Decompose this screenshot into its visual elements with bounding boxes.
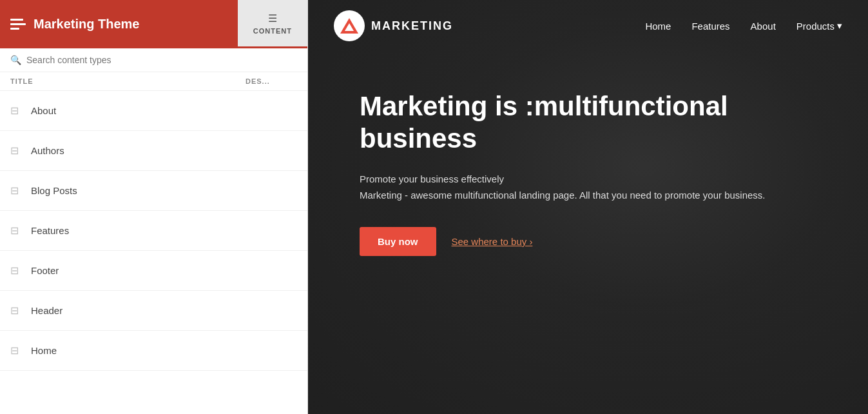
logo-text: MARKETING [371,19,453,33]
logo-triangle-icon [340,18,358,34]
item-label-authors: Authors [31,145,64,156]
preview-navbar: MARKETING Home Features About Products ▾ [308,0,868,52]
list-item-home[interactable]: ⊟ Home [0,331,307,371]
hero-subtitle: Promote your business effectively Market… [360,171,816,204]
preview-panel: MARKETING Home Features About Products ▾… [308,0,868,414]
preview-logo: MARKETING [334,10,453,41]
preview-overlay: MARKETING Home Features About Products ▾… [308,0,868,414]
search-input[interactable] [26,55,297,65]
nav-link-features[interactable]: Features [691,21,729,32]
hero-subtitle-line2: Marketing - awesome multifunctional land… [360,187,816,204]
list-item-footer[interactable]: ⊟ Footer [0,251,307,291]
nav-link-home[interactable]: Home [645,21,671,32]
list-item-features[interactable]: ⊟ Features [0,211,307,251]
document-icon: ⊟ [10,224,23,237]
content-tab-label: CONTENT [253,27,292,35]
item-label-home: Home [31,345,57,356]
sidebar: Marketing Theme ▾ ☰ CONTENT 🔍 TITLE DES.… [0,0,308,414]
document-icon: ⊟ [10,344,23,357]
hero-buttons: Buy now See where to buy › [360,227,816,256]
content-tab[interactable]: ☰ CONTENT [238,0,307,48]
item-label-features: Features [31,225,69,236]
document-icon: ⊟ [10,264,23,277]
content-tab-icon: ☰ [268,12,277,25]
item-label-about: About [31,105,56,116]
search-bar: 🔍 [0,48,307,72]
logo-circle [334,10,365,41]
hero-subtitle-line1: Promote your business effectively [360,171,816,188]
document-icon: ⊟ [10,184,23,197]
list-item-authors[interactable]: ⊟ Authors [0,131,307,171]
chevron-products-icon: ▾ [837,20,842,32]
col-title: TITLE [10,77,246,85]
item-label-blog-posts: Blog Posts [31,185,77,196]
document-icon: ⊟ [10,144,23,157]
sidebar-header: Marketing Theme ▾ ☰ CONTENT [0,0,307,48]
nav-link-about[interactable]: About [751,21,776,32]
list-item-about[interactable]: ⊟ About [0,91,307,131]
item-label-footer: Footer [31,265,59,276]
content-list: ⊟ About ⊟ Authors ⊟ Blog Posts ⊟ Feature… [0,91,307,414]
see-where-to-buy-link[interactable]: See where to buy › [452,236,533,247]
table-header: TITLE DES... [0,72,307,91]
nav-link-products[interactable]: Products ▾ [796,20,842,32]
list-item-blog-posts[interactable]: ⊟ Blog Posts [0,171,307,211]
document-icon: ⊟ [10,304,23,317]
col-desc: DES... [246,77,297,85]
search-icon: 🔍 [10,55,21,65]
list-item-header[interactable]: ⊟ Header [0,291,307,331]
hamburger-icon[interactable] [10,19,26,30]
hero-title: Marketing is :multifunctional business [360,90,816,155]
preview-hero: Marketing is :multifunctional business P… [308,52,868,256]
document-icon: ⊟ [10,104,23,117]
nav-links: Home Features About Products ▾ [645,20,842,32]
buy-now-button[interactable]: Buy now [360,227,436,256]
products-label: Products [796,21,834,32]
item-label-header: Header [31,305,63,316]
